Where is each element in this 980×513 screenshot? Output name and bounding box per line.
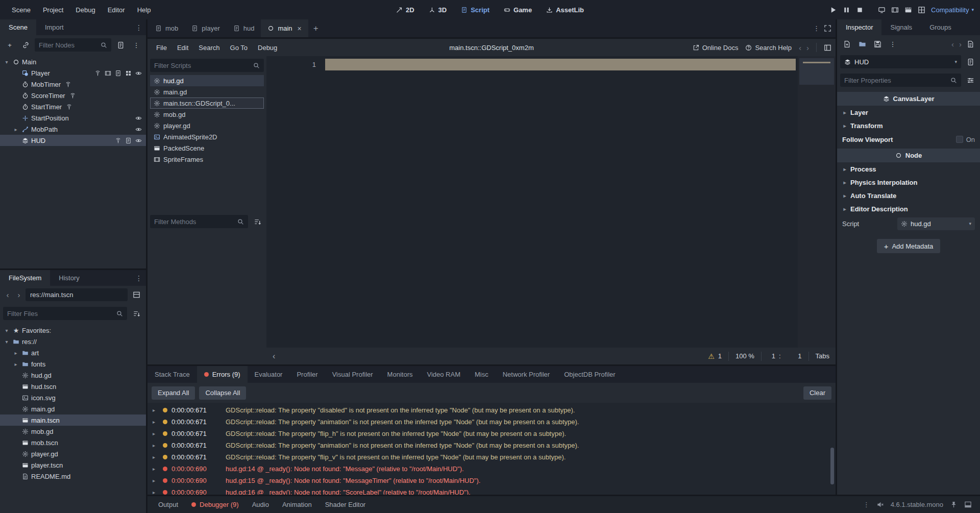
fs-file-main-gd[interactable]: main.gd	[0, 403, 146, 414]
search-help-button[interactable]: Search Help	[745, 44, 792, 52]
script-item-animatedsprite[interactable]: AnimatedSprite2D	[150, 131, 264, 142]
play-button[interactable]	[829, 6, 837, 14]
caret-position[interactable]: 1:1	[768, 352, 802, 360]
tab-profiler[interactable]: Profiler	[289, 366, 325, 383]
history-forward-icon[interactable]: ›	[14, 290, 23, 299]
bottom-tab-debugger[interactable]: Debugger (9)	[185, 496, 246, 513]
pause-button[interactable]	[843, 6, 850, 14]
scene-node-scoretimer[interactable]: ScoreTimer	[0, 90, 146, 101]
visibility-eye-icon[interactable]	[135, 126, 142, 133]
close-tab-icon[interactable]: ×	[298, 25, 302, 33]
tab-scene[interactable]: Scene	[0, 19, 36, 35]
signal-icon[interactable]	[65, 81, 71, 88]
distraction-free-icon[interactable]	[824, 25, 831, 32]
collapse-arrow-icon[interactable]: ▾	[3, 59, 10, 65]
expand-arrow-icon[interactable]: ▸	[12, 127, 19, 132]
attach-script-button[interactable]	[114, 38, 127, 52]
group-process[interactable]: ▸Process	[837, 162, 980, 176]
group-auto-translate[interactable]: ▸Auto Translate	[837, 189, 980, 202]
tab-monitors[interactable]: Monitors	[380, 366, 420, 383]
tab-objectdb-profiler[interactable]: ObjectDB Profiler	[557, 366, 622, 383]
scene-node-player[interactable]: Player	[0, 67, 146, 79]
inspector-back-icon[interactable]: ‹	[951, 40, 954, 48]
script-tab-main[interactable]: main×	[261, 19, 308, 37]
tab-import[interactable]: Import	[36, 19, 72, 35]
new-resource-button[interactable]	[840, 38, 853, 51]
group-editor-description[interactable]: ▸Editor Description	[837, 202, 980, 215]
mode-script-button[interactable]: Script	[456, 4, 495, 16]
movie-writer-button[interactable]	[904, 6, 912, 14]
scene-extra-menu-icon[interactable]: ⋮	[130, 38, 143, 52]
script-back-icon[interactable]: ‹	[799, 43, 801, 52]
filter-properties-input[interactable]	[844, 77, 947, 84]
tab-filesystem[interactable]: FileSystem	[0, 270, 50, 286]
tab-history[interactable]: History	[50, 270, 88, 286]
error-row[interactable]: ▸0:00:00:671GDScript::reload: The proper…	[148, 416, 836, 428]
tab-stack-trace[interactable]: Stack Trace	[148, 366, 197, 383]
visibility-eye-icon[interactable]	[135, 115, 142, 121]
clear-button[interactable]: Clear	[803, 386, 831, 400]
expand-bottom-panel-icon[interactable]	[964, 501, 972, 508]
menu-debug[interactable]: Debug	[253, 41, 282, 54]
filter-scripts-input[interactable]	[154, 62, 250, 69]
menu-search[interactable]: Search	[194, 41, 224, 54]
scripts-panel-toggle-icon[interactable]	[824, 44, 831, 52]
mode-3d-button[interactable]: 3D	[424, 4, 452, 16]
group-icon[interactable]	[125, 70, 132, 77]
fs-file-mob-gd[interactable]: mob.gd	[0, 426, 146, 437]
fs-file-main-tscn[interactable]: main.tscn	[0, 414, 146, 426]
fs-file-icon-svg[interactable]: icon.svg	[0, 392, 146, 403]
menu-file[interactable]: File	[152, 41, 172, 54]
bottom-bar-menu-icon[interactable]: ⋮	[863, 501, 870, 508]
script-item-main-gd[interactable]: main.gd	[150, 86, 264, 97]
mode-assetlib-button[interactable]: AssetLib	[541, 4, 589, 16]
minimap-viewport[interactable]	[799, 58, 834, 85]
tab-video-ram[interactable]: Video RAM	[420, 366, 468, 383]
error-row[interactable]: ▸0:00:00:671GDScript::reload: The proper…	[148, 439, 836, 451]
section-canvaslayer[interactable]: CanvasLayer	[837, 92, 980, 106]
fs-favorites[interactable]: ▾ ★ Favorites:	[0, 325, 146, 336]
history-back-icon[interactable]: ‹	[3, 290, 12, 299]
zoom-level[interactable]: 100 %	[736, 352, 754, 360]
filter-nodes-input[interactable]	[39, 41, 97, 49]
scene-node-mobpath[interactable]: ▸ MobPath	[0, 124, 146, 135]
scene-node-starttimer[interactable]: StartTimer	[0, 101, 146, 112]
filesystem-dock-menu-icon[interactable]: ⋮	[132, 270, 146, 286]
script-item-hud-gd[interactable]: hud.gd	[150, 75, 264, 86]
tab-groups[interactable]: Groups	[921, 19, 960, 35]
tab-list-menu-icon[interactable]: ⋮	[813, 25, 820, 32]
hide-scripts-panel-icon[interactable]: ‹	[273, 352, 275, 361]
fs-folder-art[interactable]: ▸ art	[0, 347, 146, 358]
follow-viewport-checkbox[interactable]	[956, 136, 963, 143]
tab-signals[interactable]: Signals	[881, 19, 921, 35]
renderer-selector[interactable]: Compatibility▾	[931, 6, 974, 14]
filter-methods-input[interactable]	[154, 218, 234, 226]
group-transform[interactable]: ▸Transform	[837, 119, 980, 132]
menu-edit[interactable]: Edit	[173, 41, 193, 54]
group-physics-interpolation[interactable]: ▸Physics Interpolation	[837, 176, 980, 189]
fs-res-root[interactable]: ▾ res://	[0, 336, 146, 347]
load-resource-button[interactable]	[855, 38, 869, 51]
menu-editor[interactable]: Editor	[102, 4, 131, 16]
script-item-mob-gd[interactable]: mob.gd	[150, 109, 264, 120]
property-tools-icon[interactable]	[964, 74, 977, 87]
instance-scene-button[interactable]	[19, 38, 32, 52]
remote-debug-button[interactable]	[878, 6, 886, 14]
menu-debug[interactable]: Debug	[70, 4, 101, 16]
signal-icon[interactable]	[115, 137, 121, 144]
fs-file-readme[interactable]: README.md	[0, 471, 146, 482]
visibility-eye-icon[interactable]	[135, 70, 142, 77]
current-path[interactable]: res://main.tscn	[26, 288, 128, 301]
pin-bottom-panel-icon[interactable]	[950, 501, 958, 508]
method-sort-icon[interactable]	[251, 215, 264, 228]
split-mode-icon[interactable]	[130, 288, 143, 302]
expand-all-button[interactable]: Expand All	[152, 386, 195, 400]
add-node-button[interactable]: +	[3, 38, 16, 52]
section-node[interactable]: Node	[837, 149, 980, 162]
scene-node-main[interactable]: ▾ Main	[0, 56, 146, 67]
scene-node-startposition[interactable]: StartPosition	[0, 112, 146, 124]
menu-goto[interactable]: Go To	[226, 41, 252, 54]
fs-file-player-tscn[interactable]: player.tscn	[0, 459, 146, 471]
save-resource-button[interactable]	[871, 38, 884, 51]
tab-errors[interactable]: Errors (9)	[197, 366, 248, 383]
